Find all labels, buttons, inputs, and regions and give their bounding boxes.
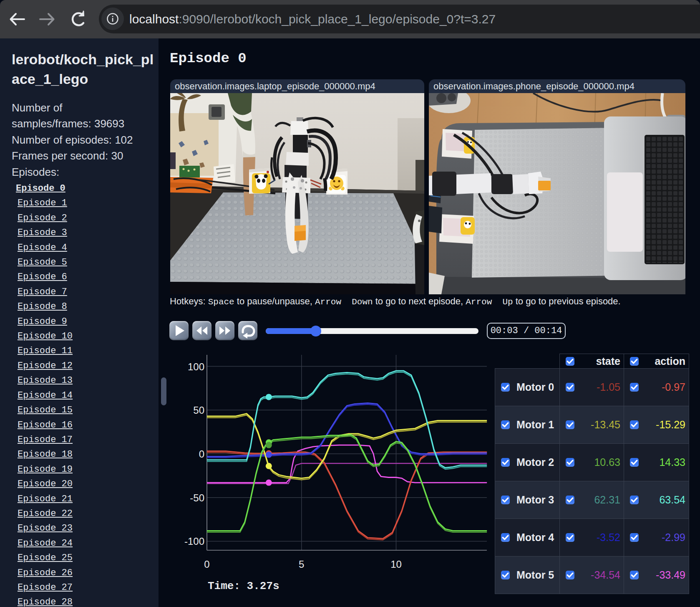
svg-text:0: 0 <box>199 448 204 460</box>
svg-text:-100: -100 <box>184 536 204 547</box>
svg-text:-50: -50 <box>190 492 204 503</box>
svg-text:5: 5 <box>299 559 304 570</box>
svg-text:100: 100 <box>188 361 204 372</box>
svg-text:0: 0 <box>204 559 209 570</box>
svg-text:10: 10 <box>390 559 402 570</box>
svg-text:50: 50 <box>193 405 204 416</box>
